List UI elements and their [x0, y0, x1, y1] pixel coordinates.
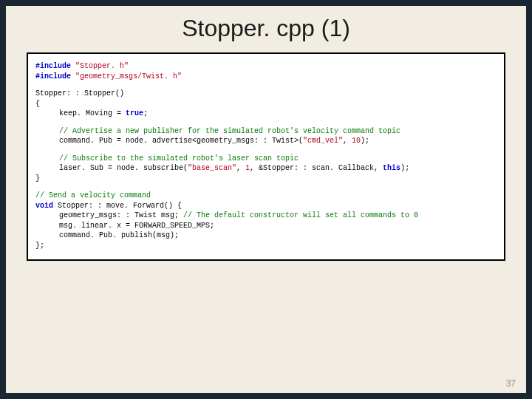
blank-line — [35, 183, 497, 191]
code-box: #include "Stopper. h" #include "geometry… — [27, 52, 505, 261]
code-text: Stopper: : move. Forward() { — [53, 202, 182, 210]
code-line: Stopper: : Stopper() — [35, 89, 497, 99]
comment: // Send a velocity command — [35, 191, 151, 200]
blank-line — [35, 119, 497, 126]
code-line: { — [35, 99, 497, 109]
string: "cmd_vel" — [303, 137, 343, 145]
page-number: 37 — [506, 378, 516, 389]
string: "Stopper. h" — [71, 62, 129, 70]
code-line: #include "Stopper. h" — [35, 61, 497, 72]
slide: Stopper. cpp (1) #include "Stopper. h" #… — [6, 6, 526, 393]
comment: // Advertise a new publisher for the sim… — [59, 127, 400, 135]
comment: // Subscribe to the simulated robot's la… — [59, 154, 299, 163]
keyword: #include — [35, 62, 71, 70]
slide-title: Stopper. cpp (1) — [6, 6, 526, 52]
code-text: laser. Sub = node. subscribe( — [59, 164, 188, 172]
blank-line — [35, 146, 497, 154]
code-text: ); — [400, 164, 409, 172]
code-text: ; — [143, 109, 148, 117]
code-line: msg. linear. x = FORWARD_SPEED_MPS; — [35, 221, 497, 231]
string: "geometry_msgs/Twist. h" — [71, 72, 182, 81]
code-line: #include "geometry_msgs/Twist. h" — [35, 72, 497, 82]
code-text: , — [236, 164, 245, 172]
code-text: command. Pub = node. advertise<geometry_… — [59, 137, 303, 145]
code-line: // Advertise a new publisher for the sim… — [35, 126, 497, 137]
literal: 10 — [352, 137, 361, 145]
blank-line — [35, 81, 497, 89]
string: "base_scan" — [188, 164, 236, 172]
code-line: // Subscribe to the simulated robot's la… — [35, 154, 497, 164]
code-text: geometry_msgs: : Twist msg; — [59, 211, 183, 219]
code-line: geometry_msgs: : Twist msg; // The defau… — [35, 211, 497, 221]
code-text: msg. linear. x = FORWARD_SPEED_MPS; — [59, 222, 214, 230]
keyword: this — [383, 164, 400, 172]
keyword: #include — [35, 72, 71, 81]
code-text: ); — [361, 137, 369, 145]
code-line: command. Pub. publish(msg); — [35, 231, 497, 241]
code-text: , &Stopper: : scan. Callback, — [250, 164, 383, 172]
code-text: , — [343, 137, 352, 145]
code-line: }; — [35, 241, 497, 251]
code-line: void Stopper: : move. Forward() { — [35, 201, 497, 211]
code-line: } — [35, 174, 497, 184]
code-line: laser. Sub = node. subscribe("base_scan"… — [35, 163, 497, 174]
code-line: command. Pub = node. advertise<geometry_… — [35, 136, 497, 146]
keyword: true — [126, 109, 143, 117]
comment: // The default constructor will set all … — [183, 211, 418, 219]
code-line: // Send a velocity command — [35, 191, 497, 201]
keyword: void — [35, 202, 53, 210]
code-text: command. Pub. publish(msg); — [59, 231, 179, 239]
code-text: keep. Moving = — [59, 109, 126, 117]
code-line: keep. Moving = true; — [35, 109, 497, 119]
